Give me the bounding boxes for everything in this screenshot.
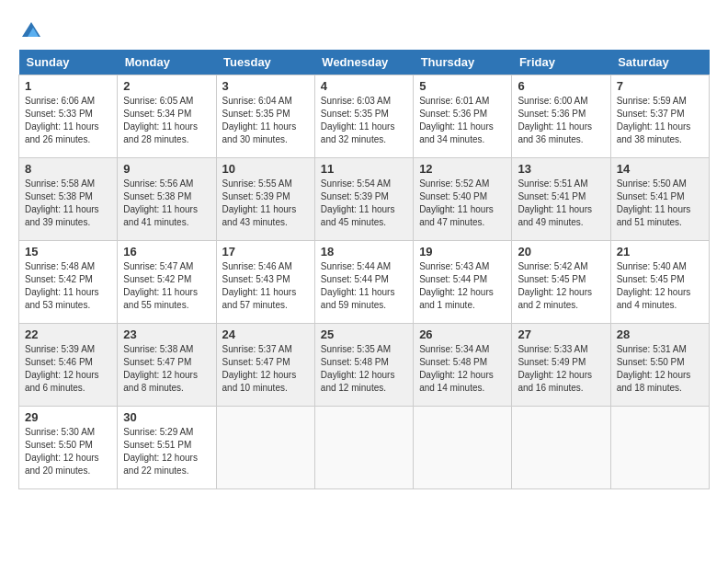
calendar-cell: 16Sunrise: 5:47 AM Sunset: 5:42 PM Dayli…: [118, 241, 216, 324]
day-info: Sunrise: 5:30 AM Sunset: 5:50 PM Dayligh…: [25, 426, 111, 477]
calendar-cell: 3Sunrise: 6:04 AM Sunset: 5:35 PM Daylig…: [216, 75, 314, 158]
day-number: 13: [518, 162, 604, 176]
calendar-header-thursday: Thursday: [414, 50, 512, 75]
day-number: 9: [123, 162, 210, 176]
day-info: Sunrise: 5:50 AM Sunset: 5:41 PM Dayligh…: [617, 178, 703, 229]
day-info: Sunrise: 6:01 AM Sunset: 5:36 PM Dayligh…: [419, 95, 506, 146]
calendar-cell: 15Sunrise: 5:48 AM Sunset: 5:42 PM Dayli…: [19, 241, 118, 324]
day-info: Sunrise: 5:59 AM Sunset: 5:37 PM Dayligh…: [617, 95, 703, 146]
day-info: Sunrise: 5:47 AM Sunset: 5:42 PM Dayligh…: [123, 260, 210, 312]
day-info: Sunrise: 5:51 AM Sunset: 5:41 PM Dayligh…: [518, 178, 604, 229]
calendar-cell: 27Sunrise: 5:33 AM Sunset: 5:49 PM Dayli…: [512, 324, 610, 407]
calendar-cell: 11Sunrise: 5:54 AM Sunset: 5:39 PM Dayli…: [314, 158, 413, 241]
day-number: 28: [617, 327, 703, 341]
day-info: Sunrise: 5:55 AM Sunset: 5:39 PM Dayligh…: [222, 178, 309, 229]
day-number: 19: [419, 245, 506, 259]
day-number: 3: [222, 79, 309, 93]
day-number: 26: [419, 327, 506, 341]
day-number: 29: [25, 410, 111, 424]
calendar-cell: 17Sunrise: 5:46 AM Sunset: 5:43 PM Dayli…: [216, 241, 314, 324]
day-number: 6: [518, 79, 604, 93]
calendar-header-monday: Monday: [118, 50, 216, 75]
day-number: 18: [321, 245, 407, 259]
calendar-table: SundayMondayTuesdayWednesdayThursdayFrid…: [18, 50, 710, 489]
calendar-cell: 30Sunrise: 5:29 AM Sunset: 5:51 PM Dayli…: [118, 407, 216, 489]
calendar-cell: 13Sunrise: 5:51 AM Sunset: 5:41 PM Dayli…: [512, 158, 610, 241]
day-number: 5: [419, 79, 506, 93]
day-number: 10: [222, 162, 309, 176]
calendar-cell: 26Sunrise: 5:34 AM Sunset: 5:48 PM Dayli…: [414, 324, 512, 407]
calendar-week-4: 22Sunrise: 5:39 AM Sunset: 5:46 PM Dayli…: [19, 324, 710, 407]
calendar-cell: [610, 407, 709, 489]
calendar-cell: 4Sunrise: 6:03 AM Sunset: 5:35 PM Daylig…: [314, 75, 413, 158]
day-number: 1: [25, 79, 111, 93]
day-number: 4: [321, 79, 407, 93]
calendar-cell: 21Sunrise: 5:40 AM Sunset: 5:45 PM Dayli…: [610, 241, 709, 324]
calendar-cell: 6Sunrise: 6:00 AM Sunset: 5:36 PM Daylig…: [512, 75, 610, 158]
day-number: 27: [518, 327, 604, 341]
calendar-cell: [314, 407, 413, 489]
day-number: 21: [617, 245, 703, 259]
day-number: 2: [123, 79, 210, 93]
calendar-cell: 24Sunrise: 5:37 AM Sunset: 5:47 PM Dayli…: [216, 324, 314, 407]
day-number: 16: [123, 245, 210, 259]
day-info: Sunrise: 5:48 AM Sunset: 5:42 PM Dayligh…: [25, 260, 111, 312]
day-number: 20: [518, 245, 604, 259]
calendar-cell: 7Sunrise: 5:59 AM Sunset: 5:37 PM Daylig…: [610, 75, 709, 158]
calendar-header-friday: Friday: [512, 50, 610, 75]
calendar-cell: [216, 407, 314, 489]
logo: [18, 18, 42, 40]
calendar-cell: 22Sunrise: 5:39 AM Sunset: 5:46 PM Dayli…: [19, 324, 118, 407]
day-info: Sunrise: 5:56 AM Sunset: 5:38 PM Dayligh…: [123, 178, 210, 229]
calendar-week-3: 15Sunrise: 5:48 AM Sunset: 5:42 PM Dayli…: [19, 241, 710, 324]
calendar-cell: 2Sunrise: 6:05 AM Sunset: 5:34 PM Daylig…: [118, 75, 216, 158]
logo-icon: [20, 18, 42, 40]
calendar-cell: 8Sunrise: 5:58 AM Sunset: 5:38 PM Daylig…: [19, 158, 118, 241]
day-info: Sunrise: 5:54 AM Sunset: 5:39 PM Dayligh…: [321, 178, 407, 229]
day-info: Sunrise: 5:40 AM Sunset: 5:45 PM Dayligh…: [617, 260, 703, 312]
calendar-header-saturday: Saturday: [610, 50, 709, 75]
calendar-cell: 1Sunrise: 6:06 AM Sunset: 5:33 PM Daylig…: [19, 75, 118, 158]
calendar-header-sunday: Sunday: [19, 50, 118, 75]
day-number: 24: [222, 327, 309, 341]
calendar-cell: 19Sunrise: 5:43 AM Sunset: 5:44 PM Dayli…: [414, 241, 512, 324]
day-info: Sunrise: 6:06 AM Sunset: 5:33 PM Dayligh…: [25, 95, 111, 146]
day-number: 25: [321, 327, 407, 341]
calendar-cell: [512, 407, 610, 489]
calendar-week-5: 29Sunrise: 5:30 AM Sunset: 5:50 PM Dayli…: [19, 407, 710, 489]
header: [18, 18, 710, 40]
day-info: Sunrise: 5:31 AM Sunset: 5:50 PM Dayligh…: [617, 343, 703, 395]
day-number: 23: [123, 327, 210, 341]
day-number: 8: [25, 162, 111, 176]
day-info: Sunrise: 5:52 AM Sunset: 5:40 PM Dayligh…: [419, 178, 506, 229]
day-info: Sunrise: 6:04 AM Sunset: 5:35 PM Dayligh…: [222, 95, 309, 146]
day-info: Sunrise: 5:46 AM Sunset: 5:43 PM Dayligh…: [222, 260, 309, 312]
day-info: Sunrise: 5:58 AM Sunset: 5:38 PM Dayligh…: [25, 178, 111, 229]
day-number: 12: [419, 162, 506, 176]
day-number: 14: [617, 162, 703, 176]
day-info: Sunrise: 5:43 AM Sunset: 5:44 PM Dayligh…: [419, 260, 506, 312]
calendar-cell: 9Sunrise: 5:56 AM Sunset: 5:38 PM Daylig…: [118, 158, 216, 241]
day-info: Sunrise: 6:05 AM Sunset: 5:34 PM Dayligh…: [123, 95, 210, 146]
day-number: 17: [222, 245, 309, 259]
day-info: Sunrise: 5:34 AM Sunset: 5:48 PM Dayligh…: [419, 343, 506, 395]
calendar-header-tuesday: Tuesday: [216, 50, 314, 75]
calendar-week-1: 1Sunrise: 6:06 AM Sunset: 5:33 PM Daylig…: [19, 75, 710, 158]
day-number: 7: [617, 79, 703, 93]
day-info: Sunrise: 6:03 AM Sunset: 5:35 PM Dayligh…: [321, 95, 407, 146]
day-info: Sunrise: 5:29 AM Sunset: 5:51 PM Dayligh…: [123, 426, 210, 477]
calendar-cell: 23Sunrise: 5:38 AM Sunset: 5:47 PM Dayli…: [118, 324, 216, 407]
calendar-cell: 25Sunrise: 5:35 AM Sunset: 5:48 PM Dayli…: [314, 324, 413, 407]
calendar-header-wednesday: Wednesday: [314, 50, 413, 75]
day-number: 11: [321, 162, 407, 176]
day-info: Sunrise: 5:35 AM Sunset: 5:48 PM Dayligh…: [321, 343, 407, 395]
calendar-cell: 29Sunrise: 5:30 AM Sunset: 5:50 PM Dayli…: [19, 407, 118, 489]
day-info: Sunrise: 5:37 AM Sunset: 5:47 PM Dayligh…: [222, 343, 309, 395]
day-info: Sunrise: 5:39 AM Sunset: 5:46 PM Dayligh…: [25, 343, 111, 395]
day-info: Sunrise: 5:42 AM Sunset: 5:45 PM Dayligh…: [518, 260, 604, 312]
calendar-cell: 20Sunrise: 5:42 AM Sunset: 5:45 PM Dayli…: [512, 241, 610, 324]
calendar-cell: 28Sunrise: 5:31 AM Sunset: 5:50 PM Dayli…: [610, 324, 709, 407]
calendar-cell: 5Sunrise: 6:01 AM Sunset: 5:36 PM Daylig…: [414, 75, 512, 158]
calendar-week-2: 8Sunrise: 5:58 AM Sunset: 5:38 PM Daylig…: [19, 158, 710, 241]
calendar-cell: 12Sunrise: 5:52 AM Sunset: 5:40 PM Dayli…: [414, 158, 512, 241]
